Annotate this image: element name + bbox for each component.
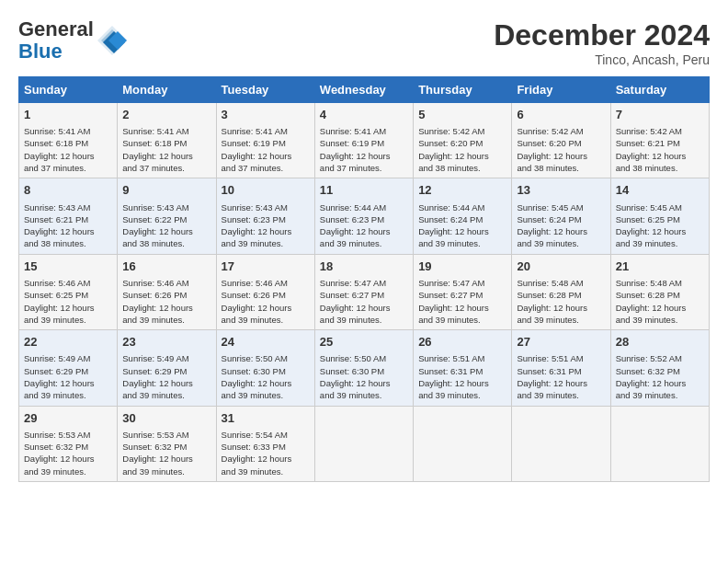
day-number: 13 (517, 182, 605, 199)
day-number: 9 (122, 182, 210, 199)
day-cell (512, 406, 610, 481)
header-sunday: Sunday (19, 77, 118, 103)
day-number: 31 (222, 410, 310, 427)
week-row-2: 8Sunrise: 5:43 AM Sunset: 6:21 PM Daylig… (19, 178, 710, 254)
day-info: Sunrise: 5:48 AM Sunset: 6:28 PM Dayligh… (616, 277, 704, 326)
day-cell: 1Sunrise: 5:41 AM Sunset: 6:18 PM Daylig… (19, 103, 118, 178)
day-info: Sunrise: 5:51 AM Sunset: 6:31 PM Dayligh… (517, 352, 605, 401)
day-info: Sunrise: 5:42 AM Sunset: 6:21 PM Dayligh… (616, 125, 704, 174)
logo: General Blue (18, 18, 129, 63)
day-number: 12 (418, 182, 506, 199)
day-number: 5 (418, 107, 506, 123)
day-cell: 27Sunrise: 5:51 AM Sunset: 6:31 PM Dayli… (512, 330, 610, 406)
day-cell: 11Sunrise: 5:44 AM Sunset: 6:23 PM Dayli… (314, 178, 413, 254)
day-number: 30 (122, 410, 210, 427)
day-cell: 3Sunrise: 5:41 AM Sunset: 6:19 PM Daylig… (216, 103, 314, 178)
day-info: Sunrise: 5:41 AM Sunset: 6:18 PM Dayligh… (24, 125, 112, 174)
day-cell (314, 406, 413, 481)
week-row-3: 15Sunrise: 5:46 AM Sunset: 6:25 PM Dayli… (19, 254, 710, 329)
title-block: December 2024 Tinco, Ancash, Peru (494, 18, 710, 67)
day-info: Sunrise: 5:44 AM Sunset: 6:23 PM Dayligh… (320, 201, 408, 250)
header-wednesday: Wednesday (314, 77, 413, 103)
day-info: Sunrise: 5:46 AM Sunset: 6:26 PM Dayligh… (122, 277, 210, 326)
day-info: Sunrise: 5:42 AM Sunset: 6:20 PM Dayligh… (418, 125, 506, 174)
day-number: 16 (122, 259, 210, 275)
day-cell: 8Sunrise: 5:43 AM Sunset: 6:21 PM Daylig… (19, 178, 118, 254)
day-number: 17 (222, 259, 310, 275)
page-header: General Blue December 2024 Tinco, Ancash… (18, 18, 710, 67)
day-cell: 17Sunrise: 5:46 AM Sunset: 6:26 PM Dayli… (216, 254, 314, 329)
day-cell: 24Sunrise: 5:50 AM Sunset: 6:30 PM Dayli… (216, 330, 314, 406)
day-cell: 26Sunrise: 5:51 AM Sunset: 6:31 PM Dayli… (414, 330, 512, 406)
header-thursday: Thursday (414, 77, 512, 103)
calendar-header: SundayMondayTuesdayWednesdayThursdayFrid… (19, 77, 710, 103)
day-cell: 19Sunrise: 5:47 AM Sunset: 6:27 PM Dayli… (414, 254, 512, 329)
day-cell: 4Sunrise: 5:41 AM Sunset: 6:19 PM Daylig… (314, 103, 413, 178)
day-number: 6 (517, 107, 605, 123)
day-info: Sunrise: 5:49 AM Sunset: 6:29 PM Dayligh… (122, 352, 210, 401)
header-row: SundayMondayTuesdayWednesdayThursdayFrid… (19, 77, 710, 103)
day-number: 3 (222, 107, 310, 123)
day-info: Sunrise: 5:41 AM Sunset: 6:18 PM Dayligh… (122, 125, 210, 174)
header-monday: Monday (118, 77, 216, 103)
day-info: Sunrise: 5:41 AM Sunset: 6:19 PM Dayligh… (222, 125, 310, 174)
month-title: December 2024 (494, 18, 710, 52)
day-info: Sunrise: 5:49 AM Sunset: 6:29 PM Dayligh… (24, 352, 112, 401)
day-number: 24 (222, 334, 310, 350)
day-cell: 31Sunrise: 5:54 AM Sunset: 6:33 PM Dayli… (216, 406, 314, 481)
day-info: Sunrise: 5:48 AM Sunset: 6:28 PM Dayligh… (517, 277, 605, 326)
day-info: Sunrise: 5:50 AM Sunset: 6:30 PM Dayligh… (320, 352, 408, 401)
logo-general: General (18, 18, 94, 40)
day-number: 15 (24, 259, 112, 275)
day-number: 10 (222, 182, 310, 199)
day-info: Sunrise: 5:51 AM Sunset: 6:31 PM Dayligh… (418, 352, 506, 401)
day-number: 8 (24, 182, 112, 199)
day-info: Sunrise: 5:44 AM Sunset: 6:24 PM Dayligh… (418, 201, 506, 250)
day-cell: 29Sunrise: 5:53 AM Sunset: 6:32 PM Dayli… (19, 406, 118, 481)
day-cell: 12Sunrise: 5:44 AM Sunset: 6:24 PM Dayli… (414, 178, 512, 254)
location: Tinco, Ancash, Peru (494, 52, 710, 67)
logo-icon (96, 24, 129, 57)
day-number: 1 (24, 107, 112, 123)
day-cell: 28Sunrise: 5:52 AM Sunset: 6:32 PM Dayli… (610, 330, 709, 406)
day-number: 2 (122, 107, 210, 123)
day-info: Sunrise: 5:43 AM Sunset: 6:23 PM Dayligh… (222, 201, 310, 250)
week-row-5: 29Sunrise: 5:53 AM Sunset: 6:32 PM Dayli… (19, 406, 710, 481)
day-cell: 18Sunrise: 5:47 AM Sunset: 6:27 PM Dayli… (314, 254, 413, 329)
day-number: 27 (517, 334, 605, 350)
day-number: 11 (320, 182, 408, 199)
day-cell: 15Sunrise: 5:46 AM Sunset: 6:25 PM Dayli… (19, 254, 118, 329)
day-cell: 16Sunrise: 5:46 AM Sunset: 6:26 PM Dayli… (118, 254, 216, 329)
day-info: Sunrise: 5:46 AM Sunset: 6:26 PM Dayligh… (222, 277, 310, 326)
day-info: Sunrise: 5:45 AM Sunset: 6:25 PM Dayligh… (616, 201, 704, 250)
header-tuesday: Tuesday (216, 77, 314, 103)
day-cell: 10Sunrise: 5:43 AM Sunset: 6:23 PM Dayli… (216, 178, 314, 254)
calendar-table: SundayMondayTuesdayWednesdayThursdayFrid… (18, 76, 710, 482)
day-number: 4 (320, 107, 408, 123)
week-row-1: 1Sunrise: 5:41 AM Sunset: 6:18 PM Daylig… (19, 103, 710, 178)
day-number: 26 (418, 334, 506, 350)
day-cell: 25Sunrise: 5:50 AM Sunset: 6:30 PM Dayli… (314, 330, 413, 406)
day-info: Sunrise: 5:52 AM Sunset: 6:32 PM Dayligh… (616, 352, 704, 401)
day-cell: 6Sunrise: 5:42 AM Sunset: 6:20 PM Daylig… (512, 103, 610, 178)
day-number: 23 (122, 334, 210, 350)
day-info: Sunrise: 5:53 AM Sunset: 6:32 PM Dayligh… (122, 429, 210, 477)
day-cell (610, 406, 709, 481)
day-cell: 23Sunrise: 5:49 AM Sunset: 6:29 PM Dayli… (118, 330, 216, 406)
day-number: 7 (616, 107, 704, 123)
day-number: 22 (24, 334, 112, 350)
day-cell: 14Sunrise: 5:45 AM Sunset: 6:25 PM Dayli… (610, 178, 709, 254)
day-cell (414, 406, 512, 481)
day-info: Sunrise: 5:50 AM Sunset: 6:30 PM Dayligh… (222, 352, 310, 401)
day-number: 28 (616, 334, 704, 350)
header-friday: Friday (512, 77, 610, 103)
day-cell: 21Sunrise: 5:48 AM Sunset: 6:28 PM Dayli… (610, 254, 709, 329)
day-number: 14 (616, 182, 704, 199)
day-cell: 5Sunrise: 5:42 AM Sunset: 6:20 PM Daylig… (414, 103, 512, 178)
day-info: Sunrise: 5:47 AM Sunset: 6:27 PM Dayligh… (418, 277, 506, 326)
day-cell: 7Sunrise: 5:42 AM Sunset: 6:21 PM Daylig… (610, 103, 709, 178)
day-info: Sunrise: 5:43 AM Sunset: 6:21 PM Dayligh… (24, 201, 112, 250)
logo-blue: Blue (18, 40, 94, 63)
day-number: 29 (24, 410, 112, 427)
day-info: Sunrise: 5:46 AM Sunset: 6:25 PM Dayligh… (24, 277, 112, 326)
